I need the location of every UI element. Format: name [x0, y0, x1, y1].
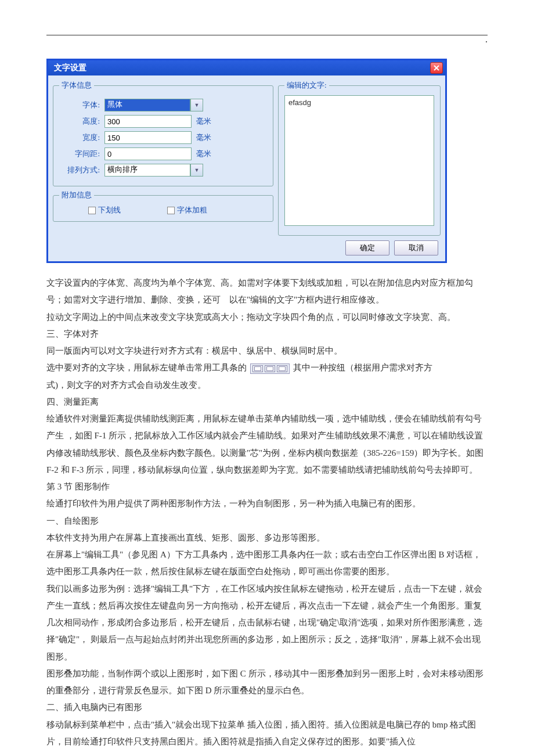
paragraph: 二、插入电脑内已有图形 [46, 699, 488, 716]
paragraph: 移动鼠标到菜单栏中，点击"插入"就会出现下拉菜单 插入位图，插入图符。插入位图就… [46, 717, 488, 751]
ok-button[interactable]: 确定 [345, 240, 389, 255]
paragraph: 绘通打印软件为用户提供了两种图形制作方法，一种为自制图形，另一种为插入电脑已有的… [46, 495, 488, 512]
spacing-label: 字间距: [59, 149, 100, 159]
edit-text-legend: 编辑的文字: [284, 80, 329, 91]
font-dropdown-button[interactable]: ▼ [190, 99, 203, 111]
align-h-center-icon [252, 365, 263, 372]
font-info-fieldset: 字体信息 字体: 黑体 ▼ 高度: 毫米 [53, 80, 273, 186]
paragraph: 式)，则文字的对齐方式会自动发生改变。 [46, 377, 488, 394]
paragraph: 第 3 节 图形制作 [46, 478, 488, 495]
underline-checkbox[interactable]: 下划线 [88, 205, 121, 215]
width-input[interactable] [104, 131, 192, 144]
paragraph: 我们以画多边形为例：选择"编辑工具"下方 ，在工作区域内按住鼠标左键拖动，松开左… [46, 581, 488, 665]
font-value: 黑体 [104, 99, 190, 111]
paragraph: 在屏幕上"编辑工具"（参见图 A）下方工具条内，选中图形工具条内任一款；或右击空… [46, 546, 488, 581]
extra-info-fieldset: 附加信息 下划线 字体加粗 [53, 190, 273, 222]
text-settings-dialog: 文字设置 字体信息 字体: 黑体 ▼ [46, 59, 447, 263]
font-label: 字体: [59, 100, 100, 110]
chevron-down-icon: ▼ [194, 167, 200, 173]
close-icon [434, 65, 439, 71]
spacing-input[interactable] [104, 147, 192, 160]
height-unit: 毫米 [196, 116, 214, 127]
align-toolbar-icons [250, 363, 290, 374]
edit-text-fieldset: 编辑的文字: efasdg [278, 80, 441, 236]
paragraph: 选中要对齐的文字块，用鼠标左键单击常用工具条的 其中一种按纽（根据用户需求对齐方 [46, 359, 488, 376]
paragraph: 本软件支持为用户在屏幕上直接画出直线、矩形、圆形、多边形等图形。 [46, 530, 488, 546]
paragraph: 四、测量距离 [46, 394, 488, 411]
text-run: 选中要对齐的文字块，用鼠标左键单击常用工具条的 [46, 363, 247, 372]
checkbox-icon [88, 207, 96, 214]
arrange-value: 横向排序 [104, 164, 190, 177]
paragraph: 同一版面内可以对文字块进行对齐方式有：横居中、纵居中、横纵同时居中。 [46, 343, 488, 359]
edit-text-area[interactable]: efasdg [284, 95, 434, 226]
width-label: 宽度: [59, 132, 100, 143]
paragraph: 文字设置内的字体宽、高度均为单个字体宽、高。如需对字体要下划线或加粗，可以在附加… [46, 275, 488, 309]
checkbox-icon [167, 207, 175, 214]
bold-label: 字体加粗 [177, 205, 207, 215]
paragraph: 拉动文字周边上的中间点来改变文字块宽或高大小；拖动文字块四个角的点，可以同时修改… [46, 309, 488, 326]
dialog-body: 字体信息 字体: 黑体 ▼ 高度: 毫米 [48, 75, 445, 261]
arrange-dropdown-button[interactable]: ▼ [190, 164, 203, 177]
font-dropdown[interactable]: 黑体 ▼ [104, 99, 203, 111]
align-v-center-icon [265, 365, 275, 372]
chevron-down-icon: ▼ [194, 102, 200, 108]
paragraph: 一、自绘图形 [46, 513, 488, 530]
font-info-legend: 字体信息 [59, 80, 94, 91]
underline-label: 下划线 [98, 205, 121, 215]
arrange-label: 排列方式: [59, 165, 100, 175]
close-button[interactable] [430, 62, 443, 74]
page-header-rule [46, 35, 488, 35]
arrange-dropdown[interactable]: 横向排序 ▼ [104, 164, 203, 177]
width-unit: 毫米 [196, 132, 214, 143]
spacing-unit: 毫米 [196, 149, 214, 159]
text-run: 其中一种按纽（根据用户需求对齐方 [293, 363, 432, 372]
bold-checkbox[interactable]: 字体加粗 [167, 205, 207, 215]
height-label: 高度: [59, 116, 100, 127]
dialog-title: 文字设置 [54, 63, 86, 73]
paragraph: 三、字体对齐 [46, 326, 488, 343]
paragraph: 图形叠加功能，当制作两个或以上图形时，如下图 C 所示，移动其中一图形叠加到另一… [46, 665, 488, 700]
extra-info-legend: 附加信息 [59, 190, 94, 200]
paragraph: 绘通软件对测量距离提供辅助线测距离，用鼠标左键单击菜单内辅助线一项，选中辅助线，… [46, 411, 488, 478]
align-both-center-icon [277, 365, 287, 372]
dialog-titlebar: 文字设置 [48, 60, 445, 75]
cancel-button[interactable]: 取消 [394, 240, 438, 255]
article-body: 文字设置内的字体宽、高度均为单个字体宽、高。如需对字体要下划线或加粗，可以在附加… [46, 275, 488, 750]
height-input[interactable] [104, 115, 192, 128]
